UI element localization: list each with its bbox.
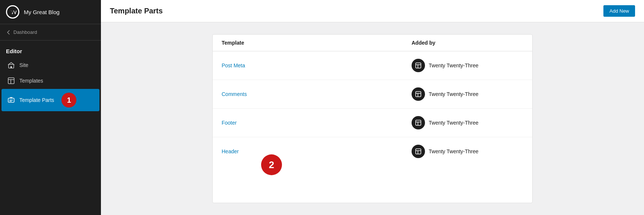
- sidebar-item-templates[interactable]: Templates: [1, 73, 99, 88]
- template-link-post-meta[interactable]: Post Meta: [222, 62, 412, 68]
- theme-icon: [412, 87, 425, 101]
- editor-section-label: Editor: [0, 41, 101, 57]
- templates-icon: [7, 77, 15, 84]
- svg-rect-4: [10, 66, 12, 68]
- blog-title: My Great Blog: [24, 9, 60, 15]
- svg-rect-9: [416, 63, 421, 68]
- table-row: Post Meta Twenty Twenty-Three: [213, 51, 532, 80]
- sidebar-nav: Site Templates: [0, 57, 101, 112]
- svg-rect-12: [416, 92, 421, 97]
- table-header: Template Added by: [213, 35, 532, 51]
- template-link-comments[interactable]: Comments: [222, 91, 412, 97]
- table-row: Comments Twenty Twenty-Three: [213, 80, 532, 109]
- sidebar-item-site[interactable]: Site: [1, 58, 99, 73]
- added-by-header-row: Twenty Twenty-Three: [412, 145, 523, 158]
- sidebar-item-template-parts[interactable]: Template Parts 1: [1, 89, 99, 111]
- theme-icon: [412, 116, 425, 129]
- badge-1: 1: [61, 93, 76, 108]
- template-parts-table: Template Added by Post Meta Twenty Twent…: [212, 34, 533, 203]
- svg-rect-18: [416, 149, 421, 154]
- template-link-header[interactable]: Header: [222, 148, 412, 154]
- sidebar-item-label-template-parts: Template Parts: [19, 97, 54, 103]
- added-by-footer: Twenty Twenty-Three: [412, 116, 523, 129]
- sidebar: W My Great Blog Dashboard Editor Site: [0, 0, 101, 215]
- added-by-label-footer: Twenty Twenty-Three: [429, 120, 479, 126]
- theme-icon: [412, 145, 425, 158]
- main-body: Template Added by Post Meta Twenty Twent…: [101, 22, 644, 215]
- back-label: Dashboard: [13, 29, 37, 35]
- svg-text:W: W: [11, 10, 15, 14]
- wp-logo-icon: W: [6, 5, 19, 19]
- added-by-comments: Twenty Twenty-Three: [412, 87, 523, 101]
- svg-rect-15: [416, 120, 421, 125]
- sidebar-item-label-site: Site: [19, 62, 28, 68]
- svg-rect-5: [8, 78, 14, 84]
- template-parts-icon: [7, 96, 15, 104]
- sidebar-item-label-templates: Templates: [19, 78, 43, 84]
- added-by-label-comments: Twenty Twenty-Three: [429, 91, 479, 97]
- col-added-by-header: Added by: [412, 40, 523, 46]
- badge-2: 2: [261, 154, 282, 175]
- sidebar-header: W My Great Blog: [0, 0, 101, 24]
- added-by-label-post-meta: Twenty Twenty-Three: [429, 62, 479, 68]
- added-by-label-header: Twenty Twenty-Three: [429, 148, 479, 154]
- page-title: Template Parts: [110, 7, 163, 15]
- main-content: Template Parts Add New Template Added by…: [101, 0, 644, 215]
- chevron-left-icon: [6, 30, 11, 35]
- add-new-button[interactable]: Add New: [603, 5, 635, 17]
- dashboard-back-link[interactable]: Dashboard: [0, 24, 101, 41]
- home-icon: [7, 61, 15, 69]
- main-header: Template Parts Add New: [101, 0, 644, 22]
- template-link-footer[interactable]: Footer: [222, 120, 412, 126]
- table-row: Header Twenty Twenty-Three: [213, 137, 532, 166]
- theme-icon: [412, 59, 425, 72]
- table-row: Footer Twenty Twenty-Three: [213, 109, 532, 137]
- added-by-post-meta: Twenty Twenty-Three: [412, 59, 523, 72]
- col-template-header: Template: [222, 40, 412, 46]
